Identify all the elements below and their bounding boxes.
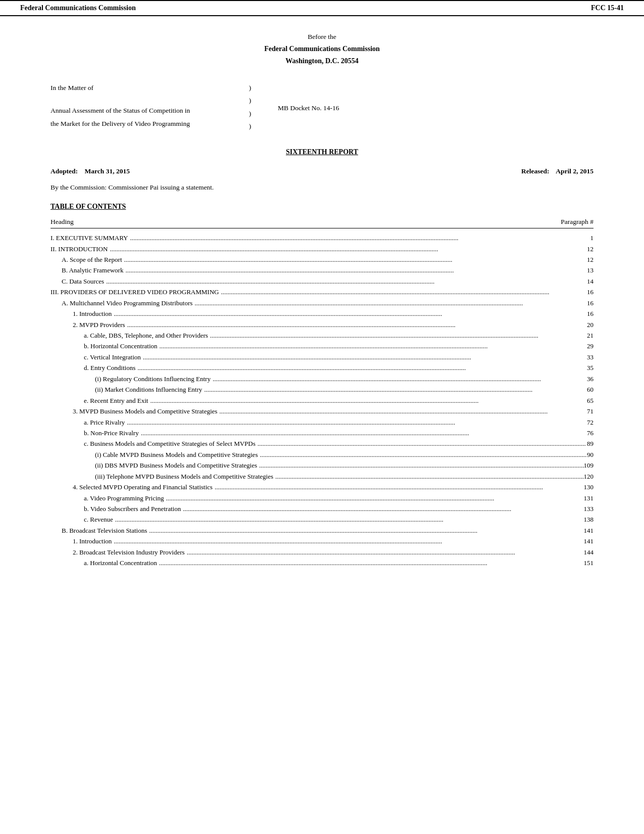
toc-entry: 2. Broadcast Television Industry Provide… [51, 547, 593, 558]
toc-entry-para: 36 [587, 374, 593, 384]
toc-entry-dots: ........................................… [158, 341, 587, 351]
toc-col-para: Paragraph # [561, 218, 593, 226]
toc-entry-label: b. Video Subscribers and Penetration [51, 503, 181, 514]
toc-entry-para: 29 [587, 341, 593, 351]
toc-entry-dots: ........................................… [211, 374, 587, 384]
released-date: April 2, 2015 [556, 167, 593, 175]
toc-entry-para: 151 [584, 558, 594, 568]
toc-entry-dots: ........................................… [113, 514, 584, 525]
toc-entry-label: b. Non-Price Rivalry [51, 428, 139, 438]
toc-entry: (ii) DBS MVPD Business Models and Compet… [51, 460, 593, 471]
toc-entry-para: 16 [587, 308, 593, 319]
before-label: Before the [51, 31, 593, 43]
toc-entry-label: A. Scope of the Report [51, 254, 122, 265]
toc-entry-para: 90 [587, 449, 593, 460]
toc-entry: B. Analytic Framework ..................… [51, 265, 593, 275]
released-label: Released: [521, 167, 549, 175]
toc-entry-dots: ........................................… [123, 265, 587, 275]
toc-entry-para: 89 [587, 438, 593, 449]
toc-entry: b. Horizontal Concentration ............… [51, 341, 593, 351]
toc-entry-dots: ........................................… [164, 493, 584, 503]
toc-entry-dots: ........................................… [192, 298, 587, 308]
toc-entry: 4. Selected MVPD Operating and Financial… [51, 482, 593, 492]
toc-entry: a. Video Programming Pricing ...........… [51, 493, 593, 503]
toc-entry-dots: ........................................… [258, 449, 587, 460]
toc-entries: I. EXECUTIVE SUMMARY ...................… [51, 233, 593, 569]
toc-entry-dots: ........................................… [157, 558, 584, 568]
toc-entry: 3. MVPD Business Models and Competitive … [51, 406, 593, 416]
toc-entry-para: 72 [587, 417, 593, 428]
toc-entry-label: B. Broadcast Television Stations [51, 525, 147, 536]
content-area: Before the Federal Communications Commis… [0, 16, 644, 589]
toc-entry-label: c. Revenue [51, 514, 113, 525]
toc-entry: (iii) Telephone MVPD Business Models and… [51, 471, 593, 482]
toc-entry-dots: ........................................… [148, 395, 587, 406]
toc-entry: II. INTRODUCTION .......................… [51, 244, 593, 254]
toc-entry-para: 20 [587, 319, 593, 330]
matter-parens: ) ) ) ) [242, 81, 258, 133]
toc-entry-para: 16 [587, 287, 593, 297]
matter-line1: Annual Assessment of the Status of Compe… [51, 104, 242, 117]
toc-entry-dots: ........................................… [257, 460, 583, 471]
toc-entry-dots: ........................................… [219, 287, 587, 297]
toc-entry-dots: ........................................… [185, 547, 584, 558]
toc-entry-dots: ........................................… [104, 276, 587, 287]
toc-entry-para: 13 [587, 265, 593, 275]
toc-entry: 1. Introduction ........................… [51, 536, 593, 546]
toc-entry-label: 1. Introduction [51, 536, 112, 546]
toc-entry: d. Entry Conditions ....................… [51, 362, 593, 373]
toc-entry-label: I. EXECUTIVE SUMMARY [51, 233, 128, 243]
adopted-date: March 31, 2015 [85, 167, 130, 175]
toc-entry-dots: ........................................… [108, 244, 587, 254]
matter-label: In the Matter of [51, 81, 242, 95]
matter-docket: MB Docket No. 14-16 [258, 81, 593, 115]
toc-entry: I. EXECUTIVE SUMMARY ...................… [51, 233, 593, 243]
toc-entry-dots: ........................................… [125, 417, 587, 428]
toc-entry-para: 21 [587, 330, 593, 341]
toc-entry-dots: ........................................… [217, 406, 587, 416]
toc-entry-dots: ........................................… [202, 384, 587, 395]
toc-entry-dots: ........................................… [135, 362, 587, 373]
toc-entry-label: (i) Cable MVPD Business Models and Compe… [51, 449, 258, 460]
toc-entry-para: 130 [584, 482, 594, 492]
toc-entry-para: 12 [587, 254, 593, 265]
header-bar: Federal Communications Commission FCC 15… [0, 0, 644, 16]
toc-entry-label: 2. MVPD Providers [51, 319, 125, 330]
before-block: Before the Federal Communications Commis… [51, 31, 593, 67]
toc-entry: B. Broadcast Television Stations .......… [51, 525, 593, 536]
toc-entry-label: (i) Regulatory Conditions Influencing En… [51, 374, 211, 384]
matter-section: In the Matter of Annual Assessment of th… [51, 81, 593, 133]
toc-entry-para: 141 [584, 536, 594, 546]
toc-entry-dots: ........................................… [141, 352, 587, 362]
toc-entry-para: 71 [587, 406, 593, 416]
toc-entry-label: c. Vertical Integration [51, 352, 141, 362]
toc-entry-dots: ........................................… [125, 319, 587, 330]
toc-entry-para: 60 [587, 384, 593, 395]
toc-entry: a. Price Rivalry .......................… [51, 417, 593, 428]
toc-entry: a. Cable, DBS, Telephone, and Other Prov… [51, 330, 593, 341]
header-fcc-id: FCC 15-41 [591, 4, 624, 12]
toc-entry-dots: ........................................… [122, 254, 587, 265]
toc-entry-label: C. Data Sources [51, 276, 104, 287]
toc-entry: e. Recent Entry and Exit ...............… [51, 395, 593, 406]
fcc-name-center: Federal Communications Commission [51, 43, 593, 55]
toc-entry-para: 144 [584, 547, 594, 558]
adopted-label: Adopted: [51, 167, 78, 175]
toc-entry-label: a. Price Rivalry [51, 417, 125, 428]
toc-entry-para: 131 [584, 493, 594, 503]
fcc-address: Washington, D.C. 20554 [51, 55, 593, 67]
toc-entry-label: a. Horizontal Concentration [51, 558, 157, 568]
toc-entry-label: 4. Selected MVPD Operating and Financial… [51, 482, 213, 492]
report-title: SIXTEENTH REPORT [51, 148, 593, 156]
toc-entry-dots: ........................................… [147, 525, 583, 536]
toc-title: TABLE OF CONTENTS [51, 203, 593, 211]
toc-col-heading: Heading [51, 218, 74, 226]
toc-entry-dots: ........................................… [181, 503, 583, 514]
toc-entry: 2. MVPD Providers ......................… [51, 319, 593, 330]
toc-entry-label: e. Recent Entry and Exit [51, 395, 148, 406]
toc-entry: a. Horizontal Concentration ............… [51, 558, 593, 568]
toc-entry: A. Multichannel Video Programming Distri… [51, 298, 593, 308]
commission-statement: By the Commission: Commissioner Pai issu… [51, 183, 593, 192]
toc-entry-label: (ii) DBS MVPD Business Models and Compet… [51, 460, 257, 471]
toc-entry-label: III. PROVIDERS OF DELIVERED VIDEO PROGRA… [51, 287, 219, 297]
